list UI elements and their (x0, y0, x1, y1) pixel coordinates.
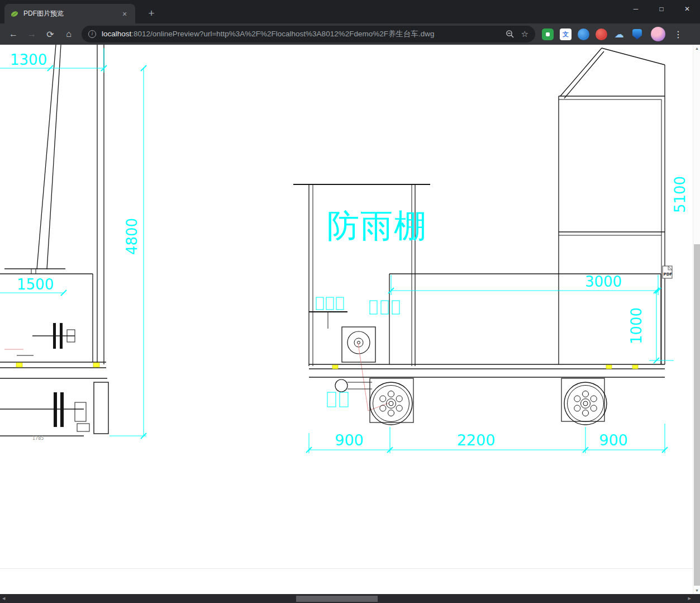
new-tab-button[interactable]: + (144, 7, 159, 21)
bookmark-star-icon[interactable]: ☆ (521, 29, 528, 39)
shield-extension-icon[interactable] (631, 29, 643, 40)
pdf-badge-label: PDF (664, 272, 673, 277)
forward-button[interactable]: → (24, 26, 40, 42)
maximize-button[interactable]: □ (649, 0, 674, 18)
minimize-button[interactable]: ─ (623, 0, 649, 18)
dim-1500: 1500 (17, 276, 54, 293)
dim-3000: 3000 (585, 273, 622, 290)
url-path: :8012/onlinePreview?url=http%3A%2F%2Floc… (131, 30, 434, 38)
dim-4800: 4800 (123, 218, 140, 255)
back-button[interactable]: ← (6, 26, 21, 42)
browser-tab[interactable]: PDF图片预览 ✕ (4, 4, 135, 23)
pdf-export-button[interactable]: PDF (663, 266, 672, 278)
wheel-1 (370, 382, 412, 425)
preview-canvas: 1300 4800 1500 1785 防雨棚 (0, 45, 693, 594)
navbar: ← → ⟳ ⌂ i localhost:8012/onlinePreview?u… (0, 23, 700, 45)
scroll-left-icon[interactable]: ◀ (2, 596, 5, 601)
leaf-favicon-icon (10, 10, 19, 18)
red-extension-icon[interactable] (596, 29, 607, 40)
window-controls: ─ □ ✕ (623, 0, 700, 18)
url-host: localhost (102, 30, 131, 38)
profile-avatar[interactable] (651, 27, 665, 41)
right-view: 防雨棚 (293, 48, 688, 453)
reload-button[interactable]: ⟳ (42, 26, 58, 42)
vertical-scrollbar[interactable]: ▲ ▼ (693, 45, 700, 594)
horizontal-scroll-thumb[interactable] (296, 596, 378, 602)
dim-2200: 2200 (457, 431, 496, 449)
green-extension-glyph (546, 32, 550, 36)
site-info-icon[interactable]: i (88, 30, 96, 38)
translate-extension-icon[interactable]: 文 (560, 29, 572, 40)
scroll-up-icon[interactable]: ▲ (693, 46, 700, 50)
scroll-down-icon[interactable]: ▼ (693, 588, 700, 592)
vertical-scroll-thumb[interactable] (694, 244, 700, 586)
dim-1000: 1000 (628, 307, 645, 344)
green-extension-icon[interactable] (542, 29, 554, 40)
extension-row: 文 ☁ (542, 29, 643, 40)
address-bar[interactable]: i localhost:8012/onlinePreview?url=http%… (82, 26, 535, 42)
scroll-right-icon[interactable]: ▶ (688, 596, 691, 601)
wheel-2 (564, 382, 607, 425)
horizontal-scrollbar[interactable]: ◀ ▶ (0, 594, 700, 603)
left-view: 1300 4800 1500 1785 (0, 45, 146, 441)
titlebar: PDF图片预览 ✕ + ─ □ ✕ (0, 0, 700, 23)
cloud-extension-icon[interactable]: ☁ (613, 29, 625, 40)
dim-1785: 1785 (32, 436, 44, 441)
zoom-icon[interactable] (506, 30, 515, 39)
dim-900-right: 900 (599, 431, 628, 449)
cad-drawing: 1300 4800 1500 1785 防雨棚 (0, 45, 693, 594)
tab-close-icon[interactable]: ✕ (120, 9, 130, 19)
dim-900-left: 900 (335, 431, 364, 449)
page-bottom-edge (0, 568, 693, 569)
dim-1300: 1300 (10, 51, 47, 68)
shelter-label: 防雨棚 (327, 207, 427, 245)
url-text[interactable]: localhost:8012/onlinePreview?url=http%3A… (102, 29, 499, 39)
browser-menu-icon[interactable]: ⋮ (672, 29, 684, 40)
home-button[interactable]: ⌂ (61, 26, 77, 42)
cyan-component-boxes (316, 297, 399, 407)
blue-circle-extension-icon[interactable] (578, 29, 589, 40)
dim-5100: 5100 (672, 176, 688, 213)
close-window-button[interactable]: ✕ (674, 0, 700, 18)
tab-title: PDF图片预览 (23, 9, 120, 18)
